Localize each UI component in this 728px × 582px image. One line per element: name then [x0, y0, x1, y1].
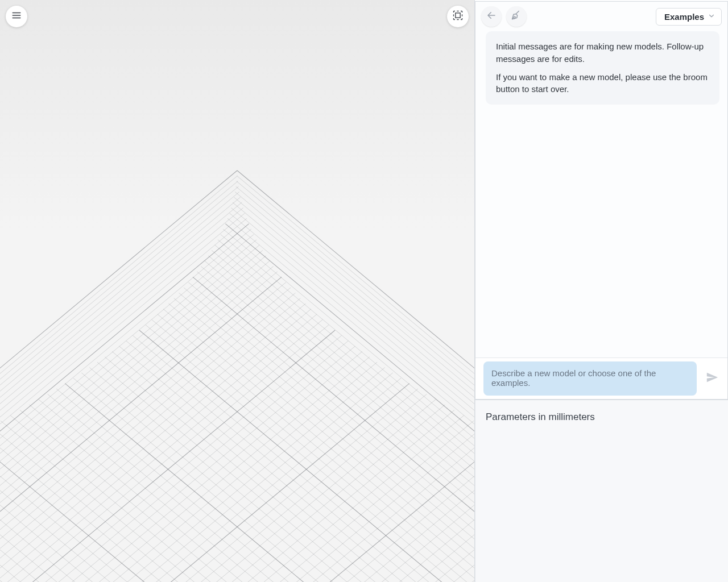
svg-line-81	[26, 384, 410, 582]
menu-button[interactable]	[6, 6, 27, 27]
svg-line-41	[0, 277, 282, 582]
svg-line-42	[193, 277, 474, 582]
svg-line-121	[237, 490, 474, 582]
svg-line-57	[0, 319, 322, 582]
svg-line-51	[0, 304, 305, 582]
svg-line-64	[133, 335, 474, 582]
svg-line-82	[65, 384, 448, 582]
svg-line-100	[0, 431, 363, 582]
app-root: Examples Initial messages are for making…	[0, 0, 728, 582]
svg-line-98	[0, 426, 374, 582]
svg-line-66	[126, 341, 474, 582]
svg-line-2	[237, 171, 474, 490]
broom-icon	[511, 10, 522, 23]
svg-line-72	[105, 357, 474, 582]
message-line: Initial messages are for making new mode…	[496, 40, 709, 65]
svg-line-77	[9, 373, 392, 582]
svg-line-55	[0, 314, 317, 582]
svg-line-58	[152, 319, 474, 582]
examples-dropdown[interactable]: Examples	[656, 8, 722, 26]
examples-label: Examples	[664, 12, 704, 22]
svg-line-62	[139, 330, 474, 582]
svg-line-90	[30, 405, 413, 582]
svg-line-11	[0, 197, 241, 517]
svg-line-73	[0, 362, 377, 582]
svg-line-16	[231, 208, 474, 527]
svg-line-9	[0, 192, 239, 511]
svg-line-63	[0, 335, 341, 582]
svg-rect-126	[456, 13, 460, 18]
svg-line-91	[71, 410, 454, 583]
svg-line-14	[233, 202, 474, 522]
select-all-button[interactable]	[447, 6, 469, 27]
svg-line-37	[0, 267, 274, 582]
svg-line-71	[0, 357, 370, 582]
svg-line-92	[20, 410, 403, 583]
svg-line-56	[158, 314, 474, 582]
svg-line-93	[81, 415, 464, 582]
svg-line-65	[0, 341, 348, 582]
svg-line-31	[0, 251, 263, 570]
message-line: If you want to make a new model, please …	[496, 71, 709, 96]
svg-line-79	[18, 378, 401, 582]
svg-line-52	[169, 304, 474, 582]
svg-line-17	[0, 213, 245, 533]
svg-line-59	[0, 325, 329, 582]
paper-plane-icon	[706, 371, 718, 386]
ground-grid	[0, 0, 474, 582]
svg-line-15	[0, 208, 243, 527]
side-panel: Examples Initial messages are for making…	[475, 0, 728, 582]
chat-panel: Examples Initial messages are for making…	[475, 1, 728, 400]
parameters-title: Parameters in millimeters	[486, 411, 719, 423]
parameters-panel: Parameters in millimeters	[475, 400, 728, 582]
messages-list: Initial messages are for making new mode…	[475, 31, 727, 357]
svg-line-13	[0, 202, 242, 522]
svg-line-40	[197, 272, 474, 582]
svg-line-94	[10, 415, 394, 582]
svg-line-34	[208, 256, 474, 575]
svg-line-3	[0, 176, 237, 495]
svg-line-60	[146, 325, 474, 582]
svg-line-110	[0, 458, 309, 582]
viewport-3d[interactable]	[0, 0, 475, 582]
svg-line-85	[43, 394, 427, 582]
send-button[interactable]	[702, 361, 722, 396]
chevron-down-icon	[708, 12, 715, 22]
svg-line-74	[97, 362, 474, 582]
composer	[475, 357, 727, 400]
system-message: Initial messages are for making new mode…	[486, 31, 719, 105]
svg-line-1	[0, 171, 237, 490]
svg-line-10	[235, 192, 474, 511]
svg-line-32	[212, 251, 474, 570]
svg-line-12	[234, 197, 474, 517]
svg-line-83	[35, 389, 418, 582]
svg-line-86	[48, 394, 431, 582]
menu-icon	[11, 10, 22, 23]
svg-line-107	[154, 452, 474, 582]
svg-line-80	[73, 378, 457, 582]
svg-line-39	[0, 272, 278, 582]
svg-line-18	[229, 213, 474, 533]
select-all-icon	[452, 10, 464, 23]
chat-header: Examples	[475, 2, 727, 31]
svg-line-88	[39, 400, 422, 582]
svg-line-89	[61, 405, 445, 582]
svg-line-78	[81, 373, 465, 582]
prompt-input[interactable]	[483, 361, 697, 396]
arrow-left-icon	[486, 10, 497, 23]
svg-line-140	[516, 11, 519, 14]
svg-line-97	[101, 426, 474, 582]
svg-line-108	[0, 452, 321, 582]
back-button[interactable]	[481, 6, 502, 27]
svg-line-4	[237, 176, 474, 495]
svg-line-109	[165, 458, 474, 582]
svg-line-122	[0, 490, 237, 582]
svg-line-99	[111, 431, 474, 582]
svg-line-84	[56, 389, 440, 582]
svg-line-33	[0, 256, 266, 575]
broom-button[interactable]	[506, 6, 527, 27]
svg-line-87	[52, 400, 436, 582]
svg-line-61	[0, 330, 335, 582]
svg-line-38	[201, 267, 474, 582]
